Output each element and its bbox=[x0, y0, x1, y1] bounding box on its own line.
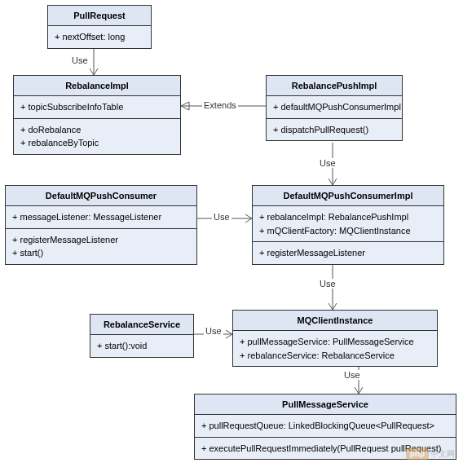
class-attrs: + messageListener: MessageListener bbox=[6, 206, 196, 229]
class-defaultmqpushconsumer: DefaultMQPushConsumer + messageListener:… bbox=[5, 185, 197, 265]
label-use-6: Use bbox=[342, 370, 362, 380]
watermark: php中文网 bbox=[406, 447, 455, 460]
label-use-2: Use bbox=[318, 158, 337, 168]
class-attrs: + rebalanceImpl: RebalancePushImpl + mQC… bbox=[253, 206, 443, 242]
class-methods: + doRebalance + rebalanceByTopic bbox=[14, 119, 180, 154]
label-use-5: Use bbox=[204, 326, 223, 336]
class-rebalanceimpl: RebalanceImpl + topicSubscribeInfoTable … bbox=[13, 75, 181, 155]
class-rebalanceservice: RebalanceService + start():void bbox=[90, 314, 194, 358]
label-extends: Extends bbox=[202, 100, 238, 110]
class-attrs: + topicSubscribeInfoTable bbox=[14, 96, 180, 119]
label-use-3: Use bbox=[212, 212, 232, 222]
class-mqclientinstance: MQClientInstance + pullMessageService: P… bbox=[232, 310, 438, 367]
class-title: PullMessageService bbox=[195, 394, 456, 415]
class-pullrequest: PullRequest + nextOffset: long bbox=[47, 5, 152, 49]
class-methods: + start():void bbox=[90, 335, 193, 357]
class-attrs: + defaultMQPushConsumerImpl bbox=[267, 96, 402, 119]
class-title: PullRequest bbox=[48, 6, 151, 26]
class-attrs: + pullRequestQueue: LinkedBlockingQueue<… bbox=[195, 415, 456, 438]
class-title: RebalanceService bbox=[90, 315, 193, 335]
class-methods: + registerMessageListener + start() bbox=[6, 229, 196, 264]
watermark-badge: php bbox=[406, 447, 429, 460]
class-attrs: + pullMessageService: PullMessageService… bbox=[233, 331, 437, 366]
class-title: MQClientInstance bbox=[233, 311, 437, 331]
label-use-1: Use bbox=[70, 55, 90, 65]
class-title: DefaultMQPushConsumer bbox=[6, 186, 196, 206]
class-methods: + dispatchPullRequest() bbox=[267, 119, 402, 141]
class-title: DefaultMQPushConsumerImpl bbox=[253, 186, 443, 206]
class-title: RebalanceImpl bbox=[14, 76, 180, 96]
label-use-4: Use bbox=[318, 279, 337, 289]
class-methods: + registerMessageListener bbox=[253, 242, 443, 264]
class-attrs: + nextOffset: long bbox=[48, 26, 151, 48]
watermark-text: 中文网 bbox=[430, 449, 455, 458]
class-rebalancepushimpl: RebalancePushImpl + defaultMQPushConsume… bbox=[266, 75, 403, 141]
class-defaultmqpushconsumerimpl: DefaultMQPushConsumerImpl + rebalanceImp… bbox=[252, 185, 444, 265]
svg-marker-2 bbox=[181, 102, 189, 110]
class-title: RebalancePushImpl bbox=[267, 76, 402, 96]
